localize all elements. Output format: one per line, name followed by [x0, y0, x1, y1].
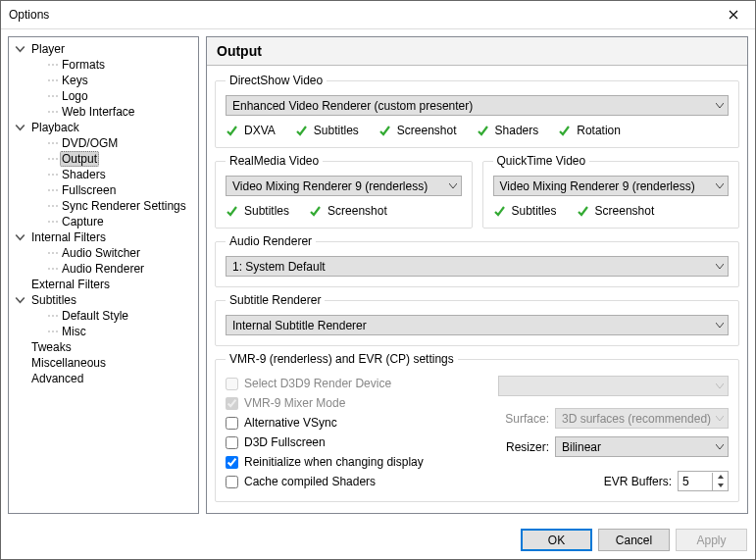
tree-item-tweaks[interactable]: Tweaks — [11, 339, 196, 355]
realmedia-group: RealMedia Video Video Mixing Renderer 9 … — [215, 154, 473, 229]
chevron-down-icon — [716, 416, 724, 422]
realmedia-legend: RealMedia Video — [226, 154, 323, 168]
d3d-fullscreen-checkbox[interactable]: D3D Fullscreen — [226, 433, 479, 452]
subtitle-group: Subtitle Renderer Internal Subtitle Rend… — [215, 293, 739, 346]
spin-up-icon[interactable] — [713, 473, 728, 482]
expand-icon[interactable] — [15, 232, 25, 243]
mixer-checkbox: VMR-9 Mixer Mode — [226, 393, 479, 413]
tree-item-shaders[interactable]: ⋯Shaders — [11, 167, 196, 182]
chevron-down-icon — [716, 103, 724, 109]
tree-item-misc[interactable]: ⋯Misc — [11, 324, 196, 339]
tree-item-playback[interactable]: Playback — [11, 120, 196, 135]
tree-item-web-interface[interactable]: ⋯Web Interface — [11, 104, 196, 120]
quicktime-legend: QuickTime Video — [493, 154, 590, 168]
feature-subtitles: Subtitles — [493, 204, 557, 218]
check-icon — [493, 205, 506, 218]
reinitialize-checkbox[interactable]: Reinitialize when changing display — [226, 452, 479, 472]
feature-subtitles: Subtitles — [226, 204, 289, 218]
resizer-select[interactable]: Bilinear — [555, 436, 729, 457]
tree-item-internal-filters[interactable]: Internal Filters — [11, 229, 196, 245]
expand-icon[interactable] — [15, 123, 25, 133]
realmedia-renderer-select[interactable]: Video Mixing Renderer 9 (renderless) — [226, 176, 462, 196]
check-icon — [577, 205, 589, 218]
expand-icon[interactable] — [15, 44, 25, 55]
tree-item-output[interactable]: ⋯Output — [11, 151, 196, 167]
dialog-buttons: OK Cancel Apply — [1, 521, 755, 559]
check-icon — [226, 125, 238, 137]
check-icon — [378, 125, 391, 137]
tree-item-keys[interactable]: ⋯Keys — [11, 73, 196, 88]
options-window: Options Player⋯Formats⋯Keys⋯Logo⋯Web Int… — [0, 0, 756, 560]
feature-dxva: DXVA — [226, 124, 276, 137]
tree-item-audio-renderer[interactable]: ⋯Audio Renderer — [11, 261, 196, 277]
tree-item-capture[interactable]: ⋯Capture — [11, 214, 196, 229]
check-icon — [477, 125, 489, 137]
surface-select: 3D surfaces (recommended) — [555, 408, 729, 429]
tree-item-dvd-ogm[interactable]: ⋯DVD/OGM — [11, 135, 196, 151]
vmr-group: VMR-9 (renderless) and EVR (CP) settings… — [215, 352, 739, 502]
feature-screenshot: Screenshot — [309, 204, 387, 218]
check-icon — [309, 205, 322, 218]
audio-renderer-select[interactable]: 1: System Default — [226, 256, 729, 277]
chevron-down-icon — [716, 444, 724, 450]
spin-down-icon[interactable] — [713, 482, 728, 490]
subtitle-legend: Subtitle Renderer — [226, 293, 325, 307]
feature-subtitles: Subtitles — [295, 124, 359, 137]
window-title: Options — [9, 8, 49, 22]
check-icon — [295, 125, 308, 137]
tree-item-default-style[interactable]: ⋯Default Style — [11, 308, 196, 324]
check-icon — [558, 125, 571, 137]
chevron-down-icon — [716, 323, 724, 329]
tree-item-external-filters[interactable]: External Filters — [11, 277, 196, 292]
nav-tree[interactable]: Player⋯Formats⋯Keys⋯Logo⋯Web InterfacePl… — [8, 36, 199, 514]
feature-screenshot: Screenshot — [378, 124, 457, 137]
tree-item-sync-renderer-settings[interactable]: ⋯Sync Renderer Settings — [11, 198, 196, 214]
audio-legend: Audio Renderer — [226, 234, 316, 248]
feature-rotation: Rotation — [558, 124, 621, 137]
check-icon — [226, 205, 238, 218]
evr-buffers-label: EVR Buffers: — [604, 475, 672, 488]
titlebar: Options — [1, 1, 755, 29]
chevron-down-icon — [716, 183, 724, 189]
close-button[interactable] — [711, 1, 755, 29]
cancel-button[interactable]: Cancel — [598, 529, 670, 551]
directshow-renderer-select[interactable]: Enhanced Video Renderer (custom presente… — [226, 95, 729, 116]
close-icon — [729, 10, 738, 20]
subtitle-renderer-select[interactable]: Internal Subtitle Renderer — [226, 315, 729, 335]
page-title: Output — [207, 37, 747, 66]
tree-item-subtitles[interactable]: Subtitles — [11, 292, 196, 308]
vmr-legend: VMR-9 (renderless) and EVR (CP) settings — [226, 352, 458, 366]
audio-group: Audio Renderer 1: System Default — [215, 234, 739, 287]
tree-item-formats[interactable]: ⋯Formats — [11, 57, 196, 73]
ok-button[interactable]: OK — [521, 529, 592, 551]
cache-shaders-checkbox[interactable]: Cache compiled Shaders — [226, 472, 479, 491]
surface-label: Surface: — [498, 412, 549, 426]
tree-item-audio-switcher[interactable]: ⋯Audio Switcher — [11, 245, 196, 261]
evr-buffers-spin[interactable]: 5 — [678, 471, 729, 491]
feature-shaders: Shaders — [477, 124, 539, 137]
resizer-label: Resizer: — [498, 440, 549, 454]
chevron-down-icon — [449, 183, 457, 189]
directshow-legend: DirectShow Video — [226, 74, 327, 87]
tree-item-fullscreen[interactable]: ⋯Fullscreen — [11, 182, 196, 198]
tree-item-logo[interactable]: ⋯Logo — [11, 88, 196, 104]
feature-screenshot: Screenshot — [577, 204, 655, 218]
tree-item-miscellaneous[interactable]: Miscellaneous — [11, 355, 196, 371]
alt-vsync-checkbox[interactable]: Alternative VSync — [226, 413, 479, 433]
chevron-down-icon — [716, 264, 724, 270]
directshow-group: DirectShow Video Enhanced Video Renderer… — [215, 74, 739, 148]
quicktime-renderer-select[interactable]: Video Mixing Renderer 9 (renderless) — [493, 176, 730, 196]
quicktime-group: QuickTime Video Video Mixing Renderer 9 … — [482, 154, 740, 229]
apply-button: Apply — [676, 529, 747, 551]
content-pane: Output DirectShow Video Enhanced Video R… — [206, 36, 748, 514]
d3d9-device-select — [498, 376, 729, 396]
tree-item-advanced[interactable]: Advanced — [11, 371, 196, 386]
select-d3d9-checkbox: Select D3D9 Render Device — [226, 374, 479, 393]
chevron-down-icon — [716, 383, 724, 389]
tree-item-player[interactable]: Player — [11, 41, 196, 57]
expand-icon[interactable] — [15, 295, 25, 306]
